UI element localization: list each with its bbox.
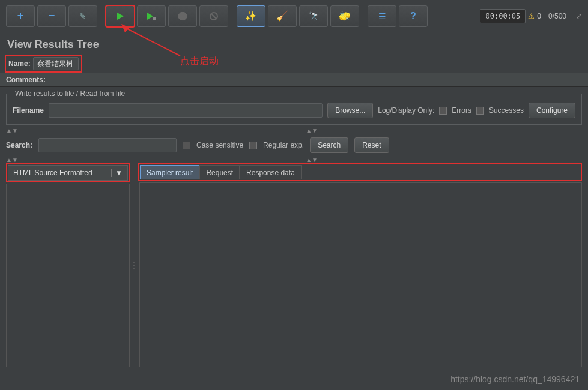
comments-label: Comments:	[0, 73, 588, 87]
write-results-legend: Write results to file / Read from file	[13, 89, 127, 98]
filename-label: Filename	[13, 106, 44, 115]
regex-label: Regular exp.	[263, 141, 304, 149]
svg-line-5	[211, 14, 216, 19]
search-label: Search:	[6, 141, 32, 149]
case-sensitive-label: Case sensitive	[196, 141, 243, 149]
chevron-icon: ▲▼	[306, 127, 318, 134]
shutdown-icon	[210, 12, 218, 20]
name-row: Name:	[5, 55, 82, 73]
search-tree-button[interactable]: 🔭	[299, 5, 328, 27]
broom-icon: ✨	[245, 10, 257, 22]
elapsed-timer: 00:00:05	[480, 9, 526, 23]
browse-button[interactable]: Browse...	[327, 103, 373, 118]
list-icon: ☰	[378, 11, 386, 21]
warning-icon: ⚠	[528, 12, 535, 20]
svg-marker-0	[117, 13, 124, 20]
tab-request[interactable]: Request	[199, 165, 240, 179]
function-helper-button[interactable]: ☰	[368, 5, 396, 27]
play-icon	[115, 11, 125, 21]
play-gear-icon	[146, 11, 157, 21]
svg-marker-3	[178, 12, 187, 20]
svg-line-6	[125, 28, 180, 56]
edit-button[interactable]: ✎	[68, 5, 97, 27]
minus-icon: −	[49, 10, 55, 22]
case-sensitive-checkbox[interactable]	[183, 142, 190, 149]
plus-icon: +	[17, 10, 24, 22]
results-tree-panel[interactable]	[6, 184, 130, 367]
detail-panel	[139, 182, 582, 367]
tab-sampler-result[interactable]: Sampler result	[140, 165, 199, 179]
pencil-icon: ✎	[79, 11, 86, 21]
page-title: View Results Tree	[0, 32, 588, 55]
chevron-down-icon: ▼	[111, 169, 123, 177]
annotation-text: 点击启动	[180, 55, 219, 68]
configure-button[interactable]: Configure	[529, 103, 575, 118]
help-button[interactable]: ?	[399, 5, 428, 27]
search-input[interactable]	[38, 138, 177, 152]
binoculars-icon: 🔭	[309, 11, 319, 21]
chevron-icon: ▲▼	[306, 157, 318, 163]
name-input[interactable]	[33, 57, 79, 70]
tabs-highlight: Sampler result Request Response data	[138, 163, 582, 181]
search-row: Search: Case sensitive Regular exp. Sear…	[0, 134, 588, 157]
regex-checkbox[interactable]	[249, 142, 257, 149]
collapse-divider-2[interactable]: ▲▼▲▼	[0, 157, 588, 163]
errors-label: Errors	[452, 106, 471, 115]
clear-button[interactable]: ✨	[237, 5, 265, 27]
warning-indicator[interactable]: ⚠ 0	[528, 12, 541, 20]
svg-marker-1	[147, 13, 153, 20]
collapse-divider-1[interactable]: ▲▼▲▼	[0, 127, 588, 134]
shutdown-button[interactable]	[199, 5, 228, 27]
remove-button[interactable]: −	[37, 5, 66, 27]
expand-icon[interactable]: ⤢	[576, 12, 582, 20]
results-area: HTML Source Formatted ▼ ⋮ Sampler result…	[0, 163, 588, 367]
logdisplay-label: Log/Display Only:	[378, 106, 434, 115]
filename-input[interactable]	[49, 103, 323, 118]
chevron-icon: ▲▼	[6, 157, 18, 163]
svg-point-2	[153, 17, 156, 20]
new-button[interactable]: +	[6, 5, 35, 27]
tab-response-data[interactable]: Response data	[240, 165, 302, 179]
renderer-dropdown[interactable]: HTML Source Formatted ▼	[8, 165, 128, 181]
reset-search-button[interactable]: 🧽	[330, 5, 359, 27]
broom-all-icon: 🧹	[276, 10, 288, 22]
svg-marker-7	[121, 24, 130, 32]
toolbar: + − ✎ ✨ 🧹 🔭 🧽 ☰ ? 00:00:05 ⚠ 0 0/500 ⤢	[0, 0, 588, 32]
renderer-selected: HTML Source Formatted	[13, 169, 92, 177]
errors-checkbox[interactable]	[439, 107, 447, 115]
clear-all-button[interactable]: 🧹	[268, 5, 297, 27]
warning-count: 0	[537, 12, 541, 20]
stop-icon	[178, 12, 187, 20]
successes-checkbox[interactable]	[476, 107, 484, 115]
chevron-icon: ▲▼	[6, 127, 18, 134]
watermark: https://blog.csdn.net/qq_14996421	[450, 374, 580, 384]
thread-counter: 0/500	[548, 12, 566, 20]
sweep-icon: 🧽	[339, 10, 351, 22]
splitter[interactable]: ⋮	[132, 163, 136, 367]
renderer-highlight: HTML Source Formatted ▼	[6, 163, 130, 182]
reset-button[interactable]: Reset	[354, 137, 389, 153]
write-results-fieldset: Write results to file / Read from file F…	[6, 89, 582, 125]
search-button[interactable]: Search	[310, 137, 348, 153]
help-icon: ?	[410, 11, 416, 22]
name-label: Name:	[8, 59, 31, 68]
successes-label: Successes	[489, 106, 524, 115]
